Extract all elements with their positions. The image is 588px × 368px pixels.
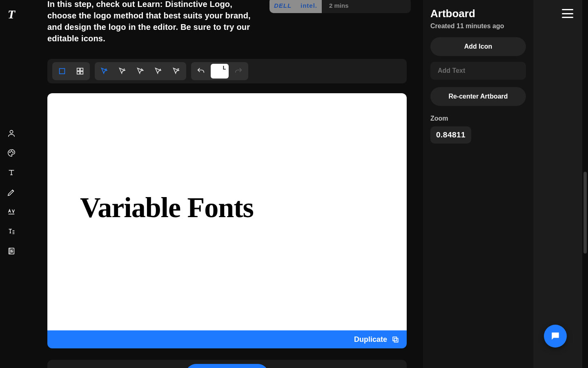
nav-palette[interactable] <box>3 145 20 161</box>
artboard-canvas[interactable]: Variable Fonts <box>47 93 407 330</box>
duplicate-bar[interactable]: Duplicate <box>47 330 407 348</box>
nav-pen[interactable] <box>3 184 20 200</box>
cursor-a-button[interactable]: A <box>114 64 131 79</box>
artboard-card: Variable Fonts Duplicate <box>47 93 407 348</box>
add-text-button[interactable]: Add Text <box>430 62 526 80</box>
undo-icon <box>196 67 205 76</box>
lesson-card[interactable]: DELL intel. 2 mins <box>270 0 411 13</box>
square-icon <box>58 67 67 76</box>
panel-subtitle: Created 11 minutes ago <box>430 22 526 30</box>
grid-icon <box>76 67 85 76</box>
nav-type[interactable] <box>3 164 20 181</box>
menu-button[interactable] <box>562 9 573 18</box>
cursor-strike-button[interactable] <box>132 64 149 79</box>
localize-badge: L <box>223 65 226 71</box>
svg-point-1 <box>9 152 10 153</box>
nav-brandbook[interactable] <box>3 243 20 259</box>
editor-toolbar: A <box>47 59 407 83</box>
nav-kerning[interactable] <box>3 204 20 220</box>
add-icon-button[interactable]: Add Icon <box>430 37 526 56</box>
zoom-value[interactable]: 0.84811 <box>430 126 471 144</box>
scrollbar[interactable] <box>582 0 588 368</box>
text-style-icon <box>7 227 16 236</box>
duplicate-label: Duplicate <box>354 335 387 344</box>
magic-cursor-icon <box>100 67 109 76</box>
palette-icon <box>7 148 16 157</box>
panel-title: Artboard <box>430 7 526 20</box>
redo-icon <box>234 67 243 76</box>
cursor-collapse-button[interactable] <box>168 64 185 79</box>
svg-rect-7 <box>80 68 83 71</box>
lesson-thumbnail: DELL intel. <box>270 0 322 13</box>
cursor-tools-group: A <box>95 62 186 80</box>
hamburger-icon <box>562 9 573 10</box>
svg-rect-11 <box>393 337 396 341</box>
zoom-label: Zoom <box>430 115 526 122</box>
nav-profile[interactable] <box>3 125 20 141</box>
svg-point-2 <box>11 151 12 152</box>
cursor-star-button[interactable] <box>150 64 167 79</box>
cursor-collapse-icon <box>172 67 181 76</box>
main-column: In this step, check out Learn: Distincti… <box>23 0 423 368</box>
brandbook-icon <box>7 247 16 256</box>
history-group: L <box>191 62 248 80</box>
view-group <box>52 62 90 80</box>
localize-button[interactable]: L <box>211 64 229 79</box>
dell-logo: DELL <box>274 2 292 9</box>
svg-rect-6 <box>77 68 80 71</box>
pen-icon <box>7 188 16 197</box>
svg-text:A: A <box>123 67 125 71</box>
view-single-button[interactable] <box>54 64 70 79</box>
svg-rect-9 <box>80 72 83 74</box>
app-logo[interactable]: T <box>8 7 15 21</box>
cursor-strike-icon <box>136 67 145 76</box>
left-nav: T <box>0 0 23 368</box>
svg-rect-8 <box>77 72 80 74</box>
canvas-text-element[interactable]: Variable Fonts <box>80 191 254 224</box>
nav-textstyle[interactable] <box>3 223 20 240</box>
cursor-a-icon: A <box>118 67 127 76</box>
duplicate-icon <box>391 335 399 343</box>
view-grid-button[interactable] <box>72 64 88 79</box>
svg-point-3 <box>13 152 13 153</box>
intro-text: In this step, check out Learn: Distincti… <box>47 0 260 44</box>
redo-button[interactable] <box>230 64 247 79</box>
undo-button[interactable] <box>193 64 209 79</box>
continue-bar: Continue <box>47 360 407 368</box>
lesson-duration: 2 mins <box>322 2 349 9</box>
intel-logo: intel. <box>301 2 317 9</box>
type-icon <box>7 168 16 177</box>
chat-icon <box>550 331 561 341</box>
right-edge-strip <box>533 0 588 368</box>
recenter-button[interactable]: Re-center Artboard <box>430 87 526 106</box>
user-icon <box>7 129 16 138</box>
svg-point-0 <box>10 130 13 133</box>
inspector-panel: Artboard Created 11 minutes ago Add Icon… <box>423 0 533 368</box>
intro-row: In this step, check out Learn: Distincti… <box>47 0 411 44</box>
svg-rect-5 <box>60 69 65 74</box>
chat-fab[interactable] <box>544 325 567 348</box>
cursor-star-icon <box>154 67 163 76</box>
svg-rect-12 <box>394 339 398 342</box>
continue-button[interactable]: Continue <box>186 364 268 368</box>
kerning-icon <box>7 207 16 216</box>
cursor-magic-button[interactable] <box>96 64 113 79</box>
